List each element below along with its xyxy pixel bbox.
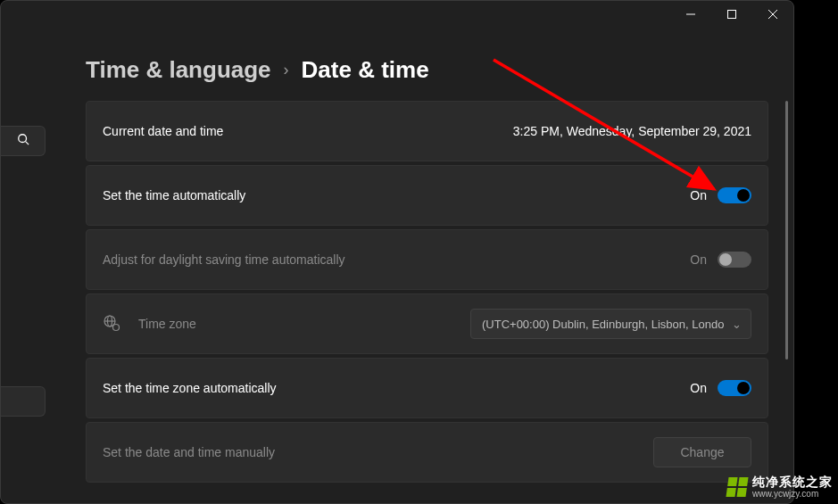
svg-point-4 [18, 135, 26, 143]
row-current-datetime: Current date and time 3:25 PM, Wednesday… [86, 101, 768, 161]
manual-datetime-label: Set the date and time manually [103, 445, 275, 459]
auto-timezone-toggle[interactable] [718, 380, 751, 396]
current-datetime-value: 3:25 PM, Wednesday, September 29, 2021 [513, 124, 751, 138]
dst-toggle [718, 252, 751, 268]
timezone-selected-value: (UTC+00:00) Dublin, Edinburgh, Lisbon, L… [482, 318, 725, 331]
auto-time-state: On [690, 188, 707, 202]
scrollbar-thumb[interactable] [785, 101, 788, 359]
row-dst: Adjust for daylight saving time automati… [86, 229, 768, 290]
window-minimize-button[interactable] [670, 1, 711, 28]
auto-time-label: Set the time automatically [103, 188, 245, 202]
chevron-right-icon: › [284, 61, 289, 79]
watermark-logo-icon [726, 477, 748, 497]
chevron-down-icon: ⌄ [732, 318, 742, 331]
auto-time-toggle[interactable] [718, 187, 751, 203]
svg-line-5 [25, 142, 29, 145]
row-manual-datetime: Set the date and time manually Change [86, 422, 768, 483]
watermark-url: www.ycwjzy.com [752, 489, 833, 499]
dst-label: Adjust for daylight saving time automati… [103, 252, 345, 267]
window-close-button[interactable] [752, 1, 793, 28]
change-button-label: Change [680, 445, 724, 459]
row-auto-timezone: Set the time zone automatically On [86, 358, 768, 418]
change-button[interactable]: Change [653, 437, 751, 467]
search-button[interactable] [1, 126, 46, 156]
row-timezone: Time zone (UTC+00:00) Dublin, Edinburgh,… [86, 293, 768, 354]
window-maximize-button[interactable] [711, 1, 752, 28]
current-datetime-label: Current date and time [103, 124, 223, 138]
breadcrumb: Time & language › Date & time [86, 56, 429, 84]
window-titlebar [1, 1, 793, 29]
globe-icon [103, 314, 120, 335]
dst-state: On [690, 252, 707, 267]
settings-window: Time & language › Date & time Current da… [0, 0, 794, 504]
search-icon [17, 133, 29, 149]
timezone-label: Time zone [138, 317, 196, 331]
watermark: 纯净系统之家 www.ycwjzy.com [727, 475, 833, 499]
row-auto-time: Set the time automatically On [86, 165, 768, 226]
breadcrumb-current: Date & time [302, 56, 429, 84]
svg-rect-1 [728, 11, 736, 19]
sidebar-rail [1, 1, 50, 503]
auto-timezone-label: Set the time zone automatically [103, 381, 277, 395]
auto-timezone-state: On [690, 381, 707, 395]
breadcrumb-parent[interactable]: Time & language [86, 56, 271, 84]
svg-point-9 [113, 324, 120, 330]
settings-content: Current date and time 3:25 PM, Wednesday… [86, 101, 768, 483]
timezone-select[interactable]: (UTC+00:00) Dublin, Edinburgh, Lisbon, L… [470, 309, 751, 339]
watermark-title: 纯净系统之家 [752, 475, 833, 489]
sidebar-item-collapsed[interactable] [1, 386, 46, 417]
